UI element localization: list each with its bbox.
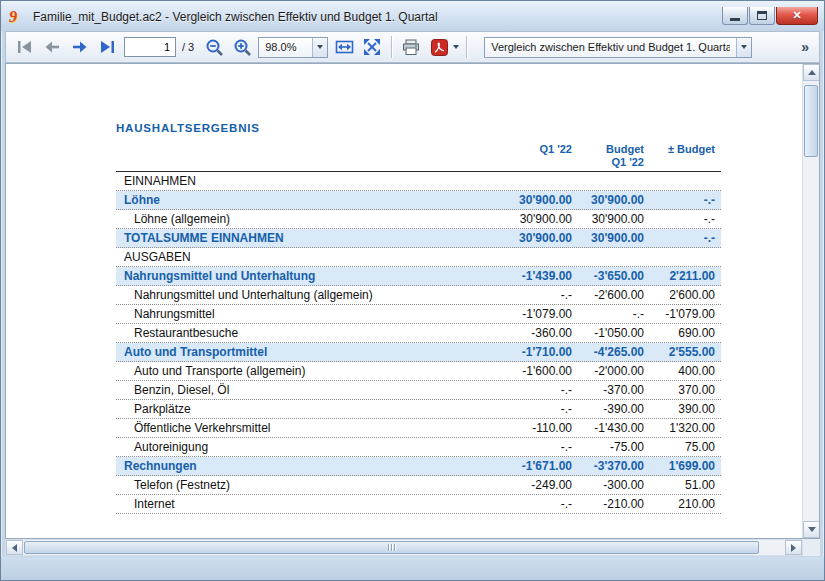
- row-label: EINNAHMEN: [116, 174, 506, 188]
- horizontal-scrollbar[interactable]: [5, 539, 803, 556]
- table-row-section: AUSGABEN: [116, 248, 721, 267]
- zoom-dropdown-arrow: [312, 38, 327, 57]
- vertical-scroll-thumb[interactable]: [804, 85, 818, 157]
- vertical-scrollbar[interactable]: [802, 64, 819, 538]
- row-value-diff: -.-: [650, 212, 721, 226]
- row-value-q1: -.-: [506, 288, 578, 302]
- horizontal-scroll-thumb[interactable]: [24, 541, 759, 554]
- next-page-button[interactable]: [68, 35, 92, 59]
- row-label: Nahrungsmittel und Unterhaltung: [116, 269, 506, 283]
- last-page-icon: [99, 40, 117, 54]
- fit-width-icon: [335, 38, 354, 56]
- fit-page-icon: [363, 38, 381, 56]
- table-row-detail: Internet-.--210.00210.00: [116, 495, 721, 514]
- previous-page-icon: [43, 40, 61, 54]
- row-label: Öffentliche Verkehrsmittel: [116, 421, 506, 435]
- first-page-icon: [15, 40, 33, 54]
- first-page-button[interactable]: [12, 35, 36, 59]
- window-controls: ✕: [722, 7, 818, 25]
- row-value-budget: -210.00: [578, 497, 650, 511]
- print-button[interactable]: [399, 35, 423, 59]
- row-value-q1: -249.00: [506, 478, 578, 492]
- table-row-group: Löhne30'900.0030'900.00-.-: [116, 191, 721, 210]
- row-value-diff: 210.00: [650, 497, 721, 511]
- zoom-level-value: 98.0%: [265, 41, 296, 53]
- row-value-budget: -1'430.00: [578, 421, 650, 435]
- column-header-budget: Budget Q1 '22: [578, 143, 650, 169]
- column-header-diff: ± Budget: [650, 143, 721, 169]
- close-button[interactable]: ✕: [776, 7, 818, 25]
- page-total-label: / 3: [182, 41, 194, 53]
- row-value-diff: 1'320.00: [650, 421, 721, 435]
- row-value-q1: -.-: [506, 402, 578, 416]
- print-icon: [402, 39, 420, 56]
- zoom-level-select[interactable]: 98.0%: [258, 37, 328, 58]
- row-value-budget: 30'900.00: [578, 212, 650, 226]
- row-value-budget: -2'600.00: [578, 288, 650, 302]
- row-label: Auto und Transporte (allgemein): [116, 364, 506, 378]
- row-value-budget: -300.00: [578, 478, 650, 492]
- window-frame-bottom: [1, 557, 824, 580]
- fit-page-button[interactable]: [360, 35, 384, 59]
- next-page-icon: [71, 40, 89, 54]
- row-value-q1: -.-: [506, 497, 578, 511]
- row-value-diff: 390.00: [650, 402, 721, 416]
- row-value-diff: -.-: [650, 231, 721, 245]
- table-row-detail: Telefon (Festnetz)-249.00-300.0051.00: [116, 476, 721, 495]
- row-value-q1: 30'900.00: [506, 212, 578, 226]
- row-label: Internet: [116, 497, 506, 511]
- zoom-out-button[interactable]: [202, 35, 226, 59]
- scroll-down-button[interactable]: [803, 521, 820, 538]
- row-value-budget: -2'000.00: [578, 364, 650, 378]
- scroll-left-button[interactable]: [6, 540, 23, 555]
- previous-page-button[interactable]: [40, 35, 64, 59]
- row-label: Restaurantbesuche: [116, 326, 506, 340]
- pdf-icon: [431, 39, 448, 56]
- pdf-dropdown-arrow[interactable]: [453, 45, 459, 49]
- thumb-grip-icon: [394, 544, 395, 551]
- arrow-up-icon: [808, 70, 816, 75]
- table-row-group: Auto und Transportmittel-1'710.00-4'265.…: [116, 343, 721, 362]
- zoom-in-icon: [233, 38, 252, 57]
- row-label: Nahrungsmittel: [116, 307, 506, 321]
- table-row-detail: Auto und Transporte (allgemein)-1'600.00…: [116, 362, 721, 381]
- maximize-button[interactable]: [749, 7, 775, 25]
- app-icon[interactable]: 9: [9, 8, 27, 26]
- row-label: Auto und Transportmittel: [116, 345, 506, 359]
- row-label: Parkplätze: [116, 402, 506, 416]
- row-label: TOTALSUMME EINNAHMEN: [116, 231, 506, 245]
- scroll-up-button[interactable]: [803, 64, 820, 81]
- row-value-diff: 2'555.00: [650, 345, 721, 359]
- table-row-detail: Nahrungsmittel-1'079.00-.--1'079.00: [116, 305, 721, 324]
- toolbar-separator: [391, 36, 392, 58]
- row-value-q1: -.-: [506, 383, 578, 397]
- row-value-budget: -4'265.00: [578, 345, 650, 359]
- row-value-budget: -1'050.00: [578, 326, 650, 340]
- table-row-group: Nahrungsmittel und Unterhaltung-1'439.00…: [116, 267, 721, 286]
- last-page-button[interactable]: [96, 35, 120, 59]
- report-table: EINNAHMENLöhne30'900.0030'900.00-.-Löhne…: [116, 171, 721, 514]
- fit-width-button[interactable]: [332, 35, 356, 59]
- row-value-q1: -1'671.00: [506, 459, 578, 473]
- arrow-left-icon: [12, 544, 17, 552]
- report-selector-value: Vergleich zwischen Effektiv und Budget 1…: [491, 41, 730, 53]
- row-label: Löhne (allgemein): [116, 212, 506, 226]
- table-row-group: Rechnungen-1'671.00-3'370.001'699.00: [116, 457, 721, 476]
- print-preview-area: HAUSHALTSERGEBNIS Q1 '22 Budget Q1 '22 ±…: [5, 63, 820, 539]
- minimize-button[interactable]: [722, 7, 748, 25]
- toolbar-overflow-button[interactable]: »: [797, 39, 813, 55]
- page-number-input[interactable]: [124, 37, 176, 57]
- zoom-in-button[interactable]: [230, 35, 254, 59]
- row-value-q1: -1'600.00: [506, 364, 578, 378]
- row-value-q1: -360.00: [506, 326, 578, 340]
- row-value-diff: 1'699.00: [650, 459, 721, 473]
- row-value-budget: 30'900.00: [578, 231, 650, 245]
- scrollbar-corner: [803, 539, 820, 556]
- scroll-right-button[interactable]: [785, 540, 802, 555]
- pdf-export-button[interactable]: [427, 35, 451, 59]
- report-selector[interactable]: Vergleich zwischen Effektiv und Budget 1…: [484, 37, 752, 58]
- zoom-out-icon: [205, 38, 224, 57]
- row-label: Autoreinigung: [116, 440, 506, 454]
- title-bar: 9 Familie_mit_Budget.ac2 - Vergleich zwi…: [1, 1, 824, 31]
- column-header-label: [116, 143, 506, 169]
